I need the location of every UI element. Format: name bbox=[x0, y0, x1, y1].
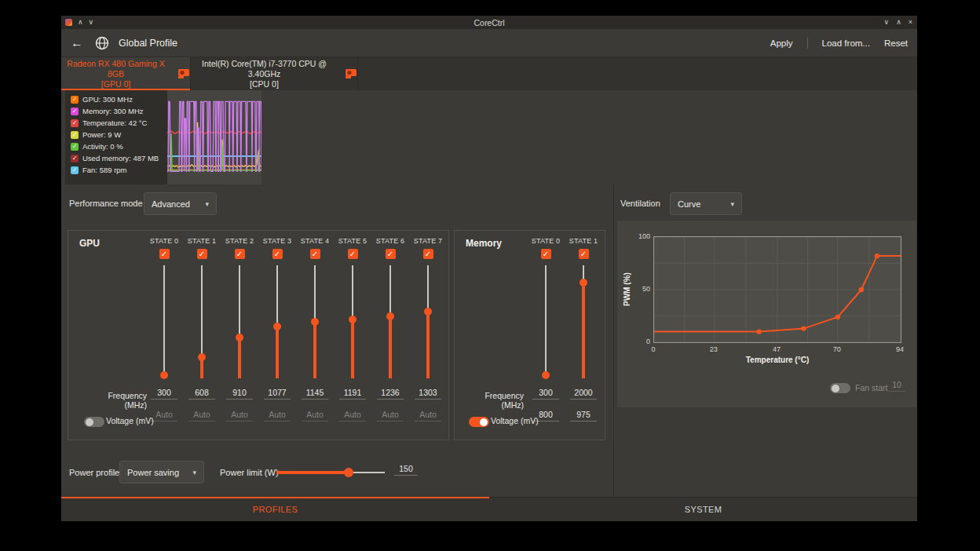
state-checkbox[interactable]: ✓ bbox=[235, 249, 245, 259]
frequency-value[interactable]: 1145 bbox=[302, 388, 328, 400]
fan-curve-point[interactable] bbox=[836, 315, 840, 319]
legend-checkbox[interactable]: ✓ bbox=[71, 131, 79, 139]
legend-checkbox[interactable]: ✓ bbox=[71, 119, 79, 127]
frequency-slider[interactable] bbox=[258, 265, 296, 378]
fan-start-value[interactable]: 10 bbox=[888, 380, 905, 392]
frequency-value[interactable]: 910 bbox=[226, 388, 253, 400]
state-checkbox[interactable]: ✓ bbox=[579, 249, 589, 259]
slider-handle[interactable] bbox=[198, 353, 206, 361]
load-from-button[interactable]: Load from... bbox=[822, 38, 870, 48]
state-checkbox[interactable]: ✓ bbox=[386, 249, 396, 259]
slider-handle[interactable] bbox=[542, 371, 550, 379]
fan-curve-plot[interactable] bbox=[653, 236, 901, 343]
fan-curve-chart[interactable] bbox=[654, 237, 901, 342]
slider-handle[interactable] bbox=[349, 316, 357, 323]
frequency-slider[interactable] bbox=[371, 265, 409, 378]
apply-button[interactable]: Apply bbox=[770, 38, 793, 48]
voltage-value[interactable]: 975 bbox=[570, 410, 597, 421]
slider-handle[interactable] bbox=[424, 308, 432, 316]
state-label: STATE 5 bbox=[338, 237, 368, 245]
tab-gpu-device[interactable]: Radeon RX 480 Gaming X 8GB [GPU 0] bbox=[61, 57, 191, 90]
state-checkbox[interactable]: ✓ bbox=[423, 249, 433, 259]
legend-item[interactable]: ✓Used memory: 487 MB bbox=[65, 152, 167, 164]
voltage-value[interactable]: Auto bbox=[415, 410, 441, 421]
fan-curve-point[interactable] bbox=[756, 329, 761, 334]
memory-state-column: STATE 0✓300800 bbox=[527, 231, 565, 421]
power-limit-value[interactable]: 150 bbox=[394, 464, 418, 476]
fan-curve-point[interactable] bbox=[859, 287, 864, 292]
state-checkbox[interactable]: ✓ bbox=[159, 249, 170, 259]
x-tick-label: 47 bbox=[769, 345, 784, 353]
back-button[interactable]: ← bbox=[71, 36, 83, 50]
slider-handle[interactable] bbox=[311, 318, 319, 326]
voltage-value[interactable]: Auto bbox=[339, 410, 366, 421]
tab-cpu-device[interactable]: Intel(R) Core(TM) i7-3770 CPU @ 3.40GHz … bbox=[191, 57, 358, 90]
ventilation-mode-select[interactable]: Curve ▾ bbox=[670, 192, 742, 215]
legend-label: Temperature: 42 °C bbox=[82, 119, 147, 127]
legend-checkbox[interactable]: ✓ bbox=[71, 108, 79, 115]
legend-checkbox[interactable]: ✓ bbox=[71, 96, 79, 104]
frequency-slider[interactable] bbox=[527, 265, 565, 378]
voltage-value[interactable]: Auto bbox=[188, 410, 215, 421]
fan-curve-point[interactable] bbox=[801, 326, 806, 330]
legend-item[interactable]: ✓GPU: 300 MHz bbox=[65, 93, 167, 105]
reset-button[interactable]: Reset bbox=[884, 38, 908, 48]
close-icon[interactable]: × bbox=[909, 16, 912, 29]
power-limit-slider[interactable] bbox=[276, 467, 385, 478]
slider-handle[interactable] bbox=[273, 323, 281, 330]
legend-item[interactable]: ✓Memory: 300 MHz bbox=[65, 105, 167, 117]
maximize-icon[interactable]: ∧ bbox=[896, 16, 901, 29]
frequency-slider[interactable] bbox=[409, 265, 447, 378]
fan-start-toggle[interactable] bbox=[830, 383, 850, 393]
state-checkbox[interactable]: ✓ bbox=[541, 249, 551, 259]
performance-mode-select[interactable]: Advanced ▾ bbox=[144, 192, 217, 215]
slider-handle[interactable] bbox=[236, 334, 243, 341]
frequency-value[interactable]: 1303 bbox=[415, 388, 441, 400]
gpu-voltage-toggle[interactable] bbox=[84, 417, 104, 427]
legend-item[interactable]: ✓Fan: 589 rpm bbox=[65, 164, 167, 176]
titlebar[interactable]: ∧ ∨ CoreCtrl ∨ ∧ × bbox=[61, 16, 917, 29]
frequency-slider[interactable] bbox=[221, 265, 258, 378]
fan-curve-point[interactable] bbox=[875, 254, 879, 258]
frequency-slider[interactable] bbox=[183, 265, 221, 378]
state-checkbox[interactable]: ✓ bbox=[310, 249, 320, 259]
frequency-value[interactable]: 1077 bbox=[264, 388, 291, 400]
frequency-slider[interactable] bbox=[334, 265, 371, 378]
legend-checkbox[interactable]: ✓ bbox=[71, 143, 79, 151]
frequency-value[interactable]: 1191 bbox=[339, 388, 366, 400]
slider-handle[interactable] bbox=[160, 371, 168, 379]
minimize-icon[interactable]: ∨ bbox=[884, 16, 890, 29]
legend-checkbox[interactable]: ✓ bbox=[71, 166, 79, 174]
slider-handle[interactable] bbox=[386, 312, 394, 320]
frequency-slider[interactable] bbox=[565, 265, 602, 378]
legend-item[interactable]: ✓Temperature: 42 °C bbox=[65, 117, 167, 129]
tab-profiles[interactable]: PROFILES bbox=[61, 498, 489, 521]
state-label: STATE 6 bbox=[376, 237, 405, 245]
power-profile-select[interactable]: Power saving ▾ bbox=[119, 461, 204, 483]
frequency-value[interactable]: 1236 bbox=[377, 388, 404, 400]
frequency-slider[interactable] bbox=[296, 265, 334, 378]
slider-handle[interactable] bbox=[580, 279, 587, 286]
frequency-value[interactable]: 608 bbox=[188, 388, 215, 400]
legend-item[interactable]: ✓Power: 9 W bbox=[65, 129, 167, 140]
memory-voltage-toggle[interactable] bbox=[469, 417, 489, 427]
frequency-value[interactable]: 2000 bbox=[570, 388, 597, 400]
voltage-value[interactable]: Auto bbox=[151, 410, 177, 421]
voltage-value[interactable]: Auto bbox=[226, 410, 253, 421]
voltage-value[interactable]: Auto bbox=[377, 410, 404, 421]
frequency-value[interactable]: 300 bbox=[532, 388, 559, 400]
state-checkbox[interactable]: ✓ bbox=[348, 249, 358, 259]
slider-handle[interactable] bbox=[344, 468, 353, 477]
series-memory-frequency bbox=[167, 101, 261, 171]
state-checkbox[interactable]: ✓ bbox=[272, 249, 283, 259]
tab-system[interactable]: SYSTEM bbox=[489, 498, 917, 521]
voltage-value[interactable]: Auto bbox=[264, 410, 291, 421]
voltage-value[interactable]: Auto bbox=[302, 410, 328, 421]
frequency-value[interactable]: 300 bbox=[151, 388, 177, 400]
legend-checkbox[interactable]: ✓ bbox=[71, 155, 79, 162]
frequency-slider[interactable] bbox=[145, 265, 183, 378]
state-label: STATE 1 bbox=[188, 237, 217, 245]
state-checkbox[interactable]: ✓ bbox=[197, 249, 207, 259]
fan-curve-panel: PWM (%) 023477094 050100 Temperature (°C… bbox=[617, 221, 916, 407]
legend-item[interactable]: ✓Activity: 0 % bbox=[65, 140, 167, 152]
